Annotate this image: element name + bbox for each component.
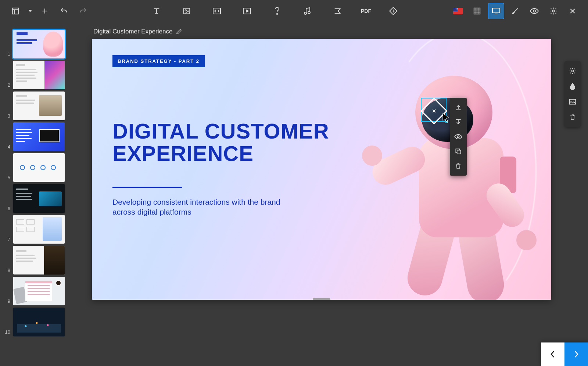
svg-point-22 (552, 10, 555, 12)
us-flag-icon (453, 8, 463, 14)
bring-forward-button[interactable] (450, 100, 467, 115)
svg-point-10 (304, 12, 306, 14)
settings-button[interactable] (545, 3, 562, 19)
slide-badge[interactable]: BRAND STRATEGY - PART 2 (112, 55, 205, 67)
layout-dropdown[interactable] (26, 3, 34, 19)
background-image-button[interactable] (564, 94, 581, 110)
brush-button[interactable] (507, 3, 523, 19)
canvas-area: Digital Customer Experience BRAND STRATE… (77, 22, 588, 366)
thumb-number: 3 (0, 113, 10, 120)
svg-rect-0 (12, 8, 19, 14)
slide-thumb-4[interactable] (13, 122, 65, 151)
color-button[interactable] (564, 79, 581, 94)
insert-shape-button[interactable] (385, 3, 401, 19)
slide-thumb-5[interactable] (13, 153, 65, 182)
close-button[interactable] (564, 3, 581, 19)
slide-thumb-7[interactable] (13, 215, 65, 244)
edit-title-button[interactable] (176, 29, 182, 35)
thumb-number: 2 (0, 82, 10, 89)
slide-canvas[interactable]: BRAND STRATEGY - PART 2 DIGITAL CUSTOMER… (92, 39, 551, 300)
deck-title: Digital Customer Experience (93, 28, 172, 35)
svg-rect-19 (492, 8, 500, 13)
insert-help-button[interactable] (269, 3, 285, 19)
slide-nav (541, 342, 588, 366)
export-pdf-button[interactable]: PDF (358, 8, 374, 14)
slide-thumb-1[interactable] (13, 30, 65, 58)
thumb-number: 7 (0, 237, 10, 244)
slide-settings-button[interactable] (564, 63, 581, 79)
delete-element-button[interactable] (450, 159, 467, 173)
thumb-number: 4 (0, 144, 10, 151)
thumb-number: 8 (0, 268, 10, 274)
slide-title[interactable]: DIGITAL CUSTOMER EXPERIENCE (112, 120, 340, 165)
insert-image-button[interactable] (179, 3, 195, 19)
slide-divider[interactable] (112, 187, 182, 188)
svg-point-21 (533, 10, 535, 12)
slide-tools-panel (564, 61, 581, 127)
add-slide-button[interactable] (37, 3, 53, 19)
thumb-number: 9 (0, 298, 10, 305)
svg-point-29 (457, 136, 459, 137)
top-toolbar: PDF (0, 0, 588, 22)
preview-button[interactable] (526, 3, 542, 19)
slide-thumb-8[interactable] (13, 246, 65, 274)
speaker-notes-handle[interactable] (313, 298, 330, 300)
slide-thumb-6[interactable] (13, 184, 65, 213)
language-button[interactable] (450, 3, 466, 19)
slide-thumb-2[interactable] (13, 61, 65, 89)
astronaut-illustration[interactable] (323, 46, 551, 300)
thumb-number: 6 (0, 206, 10, 213)
selected-shape[interactable]: + (421, 98, 447, 122)
insert-video-button[interactable] (239, 3, 255, 19)
next-slide-button[interactable] (564, 342, 588, 366)
svg-point-11 (308, 11, 310, 14)
prev-slide-button[interactable] (541, 342, 564, 366)
grid-toggle-button[interactable] (469, 3, 485, 19)
svg-rect-14 (474, 8, 480, 14)
slide-thumb-3[interactable] (13, 92, 65, 120)
svg-rect-30 (457, 150, 461, 154)
redo-button[interactable] (75, 3, 91, 19)
insert-text-button[interactable] (148, 3, 165, 19)
send-backward-button[interactable] (450, 115, 467, 129)
thumbnail-panel[interactable]: 1 2 3 (0, 22, 77, 366)
element-toolbar (450, 98, 467, 176)
insert-math-button[interactable] (329, 3, 345, 19)
insert-audio-button[interactable] (299, 3, 315, 19)
thumb-number: 1 (0, 51, 10, 58)
insert-code-button[interactable] (209, 3, 225, 19)
slide-subtitle[interactable]: Developing consistent interactions with … (112, 197, 304, 217)
slide-thumb-10[interactable] (13, 308, 65, 336)
thumb-number: 10 (0, 329, 10, 336)
duplicate-button[interactable] (450, 144, 467, 159)
svg-point-6 (185, 10, 186, 11)
delete-slide-button[interactable] (564, 110, 581, 125)
slide-thumb-9[interactable] (13, 277, 65, 305)
svg-point-31 (572, 70, 574, 72)
visibility-button[interactable] (450, 129, 467, 144)
present-button[interactable] (488, 3, 504, 19)
undo-button[interactable] (56, 3, 72, 19)
thumb-number: 5 (0, 175, 10, 182)
layout-button[interactable] (7, 3, 24, 19)
svg-point-9 (277, 13, 277, 14)
